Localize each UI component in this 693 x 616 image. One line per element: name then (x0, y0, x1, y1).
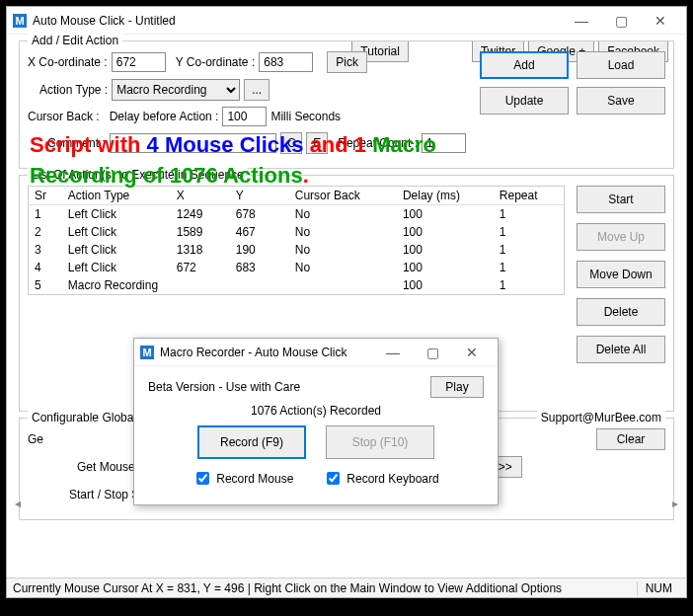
cell-x: 1249 (171, 205, 230, 224)
y-coord-input[interactable] (259, 52, 313, 72)
recorder-minimize-button[interactable]: — (373, 341, 413, 364)
cell-sr: 3 (29, 241, 62, 259)
recorder-titlebar[interactable]: M Macro Recorder - Auto Mouse Click — ▢ … (134, 339, 498, 366)
cell-delay: 100 (397, 205, 494, 224)
cell-x: 1318 (171, 241, 230, 259)
table-row[interactable]: 3Left Click1318190No1001 (29, 241, 565, 259)
close-button[interactable]: ✕ (641, 9, 680, 33)
cell-cursor: No (289, 241, 397, 259)
cell-delay: 100 (397, 259, 494, 276)
move-up-button[interactable]: Move Up (577, 223, 665, 251)
minimize-button[interactable]: — (562, 9, 601, 33)
numlock-indicator: NUM (637, 581, 680, 595)
cell-type: Macro Recording (62, 276, 171, 295)
ms-label: Milli Seconds (270, 110, 341, 123)
recorder-maximize-button[interactable]: ▢ (413, 341, 452, 364)
cell-y: 190 (230, 241, 289, 259)
delay-label: Delay before Action : (110, 110, 219, 123)
maximize-button[interactable]: ▢ (601, 9, 641, 33)
action-type-more-button[interactable]: ... (244, 79, 270, 101)
cursor-back-label: Cursor Back : (28, 110, 100, 123)
cell-delay: 100 (397, 276, 494, 295)
cell-sr: 1 (29, 205, 62, 224)
table-row[interactable]: 4Left Click672683No1001 (29, 259, 565, 276)
recorder-title: Macro Recorder - Auto Mouse Click (160, 346, 373, 359)
load-button[interactable]: Load (577, 51, 665, 79)
cell-cursor: No (289, 259, 397, 276)
cell-type: Left Click (62, 259, 171, 276)
cell-cursor: No (289, 223, 397, 241)
cell-type: Left Click (62, 205, 171, 224)
table-row[interactable]: 1Left Click1249678No1001 (29, 205, 565, 224)
cell-delay: 100 (397, 241, 494, 259)
cell-y: 467 (230, 223, 289, 241)
delay-input[interactable] (222, 107, 267, 126)
delete-all-button[interactable]: Delete All (577, 336, 665, 363)
cell-type: Left Click (62, 223, 171, 241)
recorder-close-button[interactable]: ✕ (452, 341, 492, 364)
cell-cursor: No (289, 205, 397, 224)
cell-sr: 4 (29, 259, 62, 276)
stop-button[interactable]: Stop (F10) (326, 425, 434, 459)
cell-x: 672 (171, 259, 230, 276)
add-edit-legend: Add / Edit Action (28, 34, 122, 47)
recorder-app-icon: M (140, 346, 154, 359)
action-type-label: Action Type : (39, 83, 108, 97)
x-coord-label: X Co-ordinate : (28, 55, 108, 69)
table-row[interactable]: 5Macro Recording1001 (29, 276, 565, 295)
x-coord-input[interactable] (112, 52, 166, 72)
main-window: M Auto Mouse Click - Untitled — ▢ ✕ Tuto… (6, 6, 687, 598)
annotation-overlay: Script with 4 Mouse Clicks and 1 Macro R… (30, 130, 661, 192)
cell-repeat: 1 (494, 223, 565, 241)
cell-sr: 2 (29, 223, 62, 241)
update-button[interactable]: Update (480, 87, 569, 115)
cell-repeat: 1 (494, 205, 565, 224)
recorded-count: 1076 Action(s) Recorded (148, 404, 484, 418)
cell-y: 683 (230, 259, 289, 276)
cell-y (230, 276, 289, 295)
row1-label: Ge (28, 432, 43, 446)
support-link[interactable]: Support@MurBee.com (537, 411, 665, 424)
record-mouse-checkbox[interactable]: Record Mouse (192, 469, 293, 488)
cell-sr: 5 (29, 276, 62, 295)
y-coord-label: Y Co-ordinate : (176, 55, 256, 69)
move-down-button[interactable]: Move Down (577, 261, 665, 288)
cell-repeat: 1 (494, 276, 565, 295)
recorder-window: M Macro Recorder - Auto Mouse Click — ▢ … (133, 338, 499, 505)
app-icon: M (13, 14, 27, 28)
config-legend: Configurable Global (28, 411, 140, 424)
status-text: Currently Mouse Cursor At X = 831, Y = 4… (13, 581, 562, 595)
pick-button[interactable]: Pick (327, 51, 367, 73)
action-type-select[interactable]: Macro Recording (112, 79, 240, 101)
main-titlebar[interactable]: M Auto Mouse Click - Untitled — ▢ ✕ (7, 7, 686, 35)
scroll-left-icon[interactable]: ◂ (11, 497, 25, 510)
add-button[interactable]: Add (480, 51, 569, 79)
cell-y: 678 (230, 205, 289, 224)
record-keyboard-checkbox[interactable]: Record Keyboard (323, 469, 438, 488)
status-bar: Currently Mouse Cursor At X = 831, Y = 4… (7, 578, 686, 597)
beta-label: Beta Version - Use with Care (148, 380, 300, 394)
cell-type: Left Click (62, 241, 171, 259)
cell-repeat: 1 (494, 259, 565, 276)
play-button[interactable]: Play (430, 376, 484, 398)
cell-delay: 100 (397, 223, 494, 241)
delete-button[interactable]: Delete (577, 298, 665, 326)
record-button[interactable]: Record (F9) (197, 425, 306, 459)
cell-x (171, 276, 230, 295)
clear-button-1[interactable]: Clear (596, 428, 665, 450)
cell-repeat: 1 (494, 241, 565, 259)
table-row[interactable]: 2Left Click1589467No1001 (29, 223, 565, 241)
cell-cursor (289, 276, 397, 295)
cell-x: 1589 (171, 223, 230, 241)
save-button[interactable]: Save (577, 87, 665, 115)
window-title: Auto Mouse Click - Untitled (33, 14, 562, 28)
scroll-right-icon[interactable]: ▸ (668, 497, 682, 510)
action-table[interactable]: Sr Action Type X Y Cursor Back Delay (ms… (28, 186, 565, 295)
